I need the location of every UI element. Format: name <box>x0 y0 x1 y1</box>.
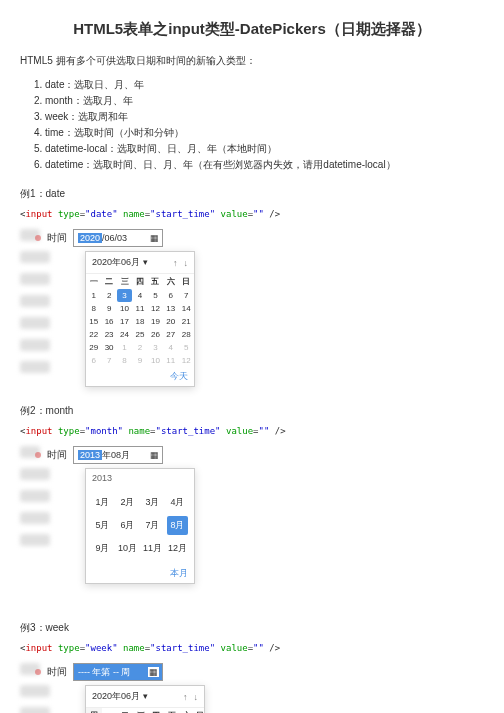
calendar-day[interactable]: 9 <box>132 354 147 367</box>
calendar-day[interactable]: 30 <box>101 341 116 354</box>
calendar-day[interactable]: 8 <box>86 302 101 315</box>
calendar-day[interactable]: 19 <box>148 315 163 328</box>
calendar-day[interactable]: 1 <box>117 341 132 354</box>
example1-code: <input type="date" name="start_time" val… <box>20 209 484 219</box>
calendar-day[interactable]: 10 <box>148 354 163 367</box>
calendar-day[interactable]: 4 <box>132 289 147 302</box>
calendar-day[interactable]: 23 <box>101 328 116 341</box>
calendar-day[interactable]: 22 <box>86 328 101 341</box>
this-month-link[interactable]: 本月 <box>86 564 194 583</box>
calendar-day[interactable]: 17 <box>117 315 132 328</box>
calendar-day[interactable]: 2 <box>101 289 116 302</box>
example3-label: 例3：week <box>20 621 484 635</box>
calendar-icon[interactable]: ▦ <box>150 233 159 243</box>
required-dot <box>35 235 41 241</box>
calendar-icon[interactable]: ▦ <box>150 450 159 460</box>
calendar-day[interactable]: 7 <box>101 354 116 367</box>
calendar-day[interactable]: 6 <box>163 289 178 302</box>
month-cell[interactable]: 12月 <box>167 539 188 558</box>
next-icon[interactable]: ↓ <box>184 258 189 268</box>
month-cell[interactable]: 6月 <box>117 516 138 535</box>
next-icon[interactable]: ↓ <box>194 692 199 702</box>
calendar-day[interactable]: 7 <box>179 289 194 302</box>
type-list: date：选取日、月、年month：选取月、年week：选取周和年time：选取… <box>45 78 484 172</box>
month-cell[interactable]: 9月 <box>92 539 113 558</box>
example2-label: 例2：month <box>20 404 484 418</box>
calendar-day[interactable]: 18 <box>132 315 147 328</box>
calendar-day[interactable]: 3 <box>117 289 132 302</box>
calendar-day[interactable]: 9 <box>101 302 116 315</box>
calendar-day[interactable]: 11 <box>163 354 178 367</box>
prev-icon[interactable]: ↑ <box>183 692 188 702</box>
list-item: month：选取月、年 <box>45 94 484 108</box>
calendar-icon[interactable]: ▦ <box>148 667 159 677</box>
picker-month-select[interactable]: 2020年06月 ▾ <box>92 256 148 269</box>
example3-code: <input type="week" name="start_time" val… <box>20 643 484 653</box>
calendar-day[interactable]: 3 <box>148 341 163 354</box>
calendar-day[interactable]: 2 <box>132 341 147 354</box>
calendar-day[interactable]: 1 <box>86 289 101 302</box>
month-picker: 2013 1月2月3月4月5月6月7月8月9月10月11月12月 本月 <box>85 468 195 584</box>
prev-icon[interactable]: ↑ <box>173 258 178 268</box>
month-cell[interactable]: 4月 <box>167 493 188 512</box>
field-label: 时间 <box>47 665 67 679</box>
month-cell[interactable]: 3月 <box>142 493 163 512</box>
month-cell[interactable]: 2月 <box>117 493 138 512</box>
calendar-day[interactable]: 12 <box>148 302 163 315</box>
example2-demo: 时间 2013年08月 ▦ 2013 1月2月3月4月5月6月7月8月9月10月… <box>20 446 484 596</box>
list-item: date：选取日、月、年 <box>45 78 484 92</box>
calendar-day[interactable]: 26 <box>148 328 163 341</box>
month-cell[interactable]: 7月 <box>142 516 163 535</box>
calendar-day[interactable]: 10 <box>117 302 132 315</box>
month-cell[interactable]: 11月 <box>142 539 163 558</box>
calendar-day[interactable]: 29 <box>86 341 101 354</box>
example1-label: 例1：date <box>20 187 484 201</box>
calendar-day[interactable]: 24 <box>117 328 132 341</box>
month-cell[interactable]: 1月 <box>92 493 113 512</box>
example2-code: <input type="month" name="start_time" va… <box>20 426 484 436</box>
week-input[interactable]: ---- 年第 -- 周 ▦ <box>73 663 163 681</box>
example1-demo: 时间 2020/06/03 ▦ 2020年06月 ▾ ↑↓ 一二三四五六日123… <box>20 229 484 379</box>
date-picker: 2020年06月 ▾ ↑↓ 一二三四五六日1234567891011121314… <box>85 251 195 387</box>
calendar-day[interactable]: 25 <box>132 328 147 341</box>
calendar-day[interactable]: 8 <box>117 354 132 367</box>
calendar-day[interactable]: 13 <box>163 302 178 315</box>
list-item: datetime：选取时间、日、月、年（在有些浏览器内失效，请用datetime… <box>45 158 484 172</box>
example3-demo: 时间 ---- 年第 -- 周 ▦ 2020年06月 ▾ ↑↓ 周一二三四五六日… <box>20 663 484 713</box>
calendar-day[interactable]: 27 <box>163 328 178 341</box>
calendar-day[interactable]: 5 <box>148 289 163 302</box>
today-link[interactable]: 今天 <box>86 367 194 386</box>
calendar-day[interactable]: 28 <box>179 328 194 341</box>
calendar-day[interactable]: 21 <box>179 315 194 328</box>
year-label[interactable]: 2013 <box>86 469 194 487</box>
field-label: 时间 <box>47 231 67 245</box>
calendar-day[interactable]: 20 <box>163 315 178 328</box>
month-cell[interactable]: 8月 <box>167 516 188 535</box>
month-input[interactable]: 2013年08月 ▦ <box>73 446 163 464</box>
week-picker: 2020年06月 ▾ ↑↓ 周一二三四五六日231234567248910111… <box>85 685 205 713</box>
picker-month-select[interactable]: 2020年06月 ▾ <box>92 690 148 703</box>
calendar-day[interactable]: 14 <box>179 302 194 315</box>
calendar-day[interactable]: 15 <box>86 315 101 328</box>
list-item: datetime-local：选取时间、日、月、年（本地时间） <box>45 142 484 156</box>
required-dot <box>35 669 41 675</box>
field-label: 时间 <box>47 448 67 462</box>
calendar-day[interactable]: 11 <box>132 302 147 315</box>
calendar-day[interactable]: 12 <box>179 354 194 367</box>
list-item: week：选取周和年 <box>45 110 484 124</box>
date-input[interactable]: 2020/06/03 ▦ <box>73 229 163 247</box>
calendar-day[interactable]: 5 <box>179 341 194 354</box>
calendar-day[interactable]: 4 <box>163 341 178 354</box>
month-cell[interactable]: 10月 <box>117 539 138 558</box>
calendar-day[interactable]: 6 <box>86 354 101 367</box>
page-title: HTML5表单之input类型-DatePickers（日期选择器） <box>20 20 484 39</box>
calendar-day[interactable]: 16 <box>101 315 116 328</box>
intro-text: HTML5 拥有多个可供选取日期和时间的新输入类型： <box>20 54 484 68</box>
required-dot <box>35 452 41 458</box>
month-cell[interactable]: 5月 <box>92 516 113 535</box>
list-item: time：选取时间（小时和分钟） <box>45 126 484 140</box>
